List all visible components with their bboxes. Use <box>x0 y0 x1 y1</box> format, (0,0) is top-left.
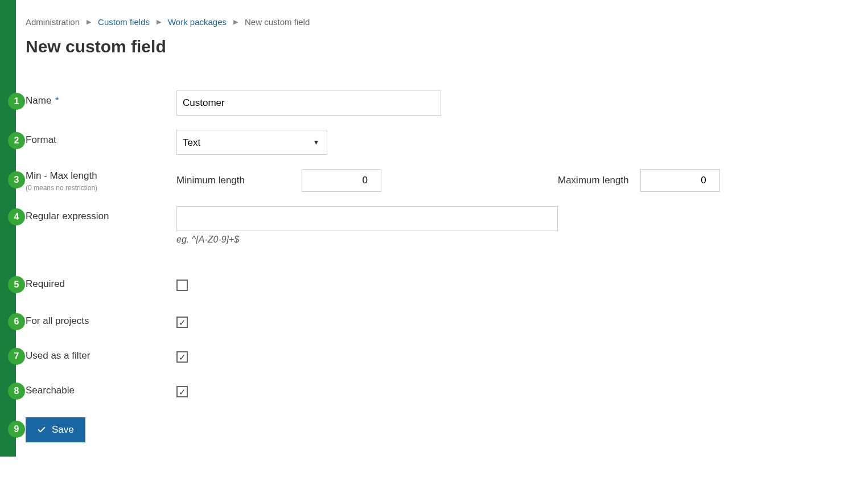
chevron-right-icon: ▶ <box>157 18 161 26</box>
regex-hint: eg. ^[A-Z0-9]+$ <box>176 235 845 245</box>
used-as-filter-checkbox[interactable] <box>176 351 188 363</box>
breadcrumb: Administration ▶ Custom fields ▶ Work pa… <box>26 17 845 27</box>
breadcrumb-current: New custom field <box>245 17 310 27</box>
min-max-hint: (0 means no restriction) <box>26 184 176 192</box>
searchable-checkbox[interactable] <box>176 386 188 397</box>
max-length-input[interactable] <box>640 169 720 192</box>
min-length-input[interactable] <box>302 169 381 192</box>
regex-input[interactable] <box>176 206 558 231</box>
step-badge-8: 8 <box>8 383 25 400</box>
step-badge-1: 1 <box>8 93 25 110</box>
min-max-label: Min - Max length (0 means no restriction… <box>26 169 176 192</box>
save-button[interactable]: Save <box>26 417 85 442</box>
required-checkbox[interactable] <box>176 280 188 291</box>
chevron-right-icon: ▶ <box>87 18 91 26</box>
step-badge-9: 9 <box>8 421 25 438</box>
for-all-projects-checkbox[interactable] <box>176 317 188 328</box>
name-label: Name * <box>26 91 176 106</box>
min-length-label: Minimum length <box>176 175 290 186</box>
step-badge-4: 4 <box>8 208 25 225</box>
format-label: Format <box>26 130 176 146</box>
for-all-projects-label: For all projects <box>26 313 176 327</box>
save-button-label: Save <box>52 424 74 436</box>
required-indicator: * <box>55 95 59 106</box>
regex-label: Regular expression <box>26 206 176 222</box>
breadcrumb-work-packages[interactable]: Work packages <box>168 17 227 27</box>
page-title: New custom field <box>26 37 845 56</box>
step-badge-7: 7 <box>8 348 25 365</box>
step-badge-3: 3 <box>8 171 25 188</box>
chevron-right-icon: ▶ <box>233 18 238 26</box>
required-label: Required <box>26 276 176 290</box>
breadcrumb-administration: Administration <box>26 17 80 27</box>
step-badge-2: 2 <box>8 132 25 149</box>
used-as-filter-label: Used as a filter <box>26 348 176 362</box>
format-select[interactable]: Text <box>176 130 327 155</box>
step-badge-6: 6 <box>8 313 25 330</box>
searchable-label: Searchable <box>26 383 176 396</box>
name-input[interactable] <box>176 91 441 116</box>
step-badge-5: 5 <box>8 276 25 293</box>
check-icon <box>37 425 46 434</box>
max-length-label: Maximum length <box>558 175 629 186</box>
breadcrumb-custom-fields[interactable]: Custom fields <box>98 17 150 27</box>
